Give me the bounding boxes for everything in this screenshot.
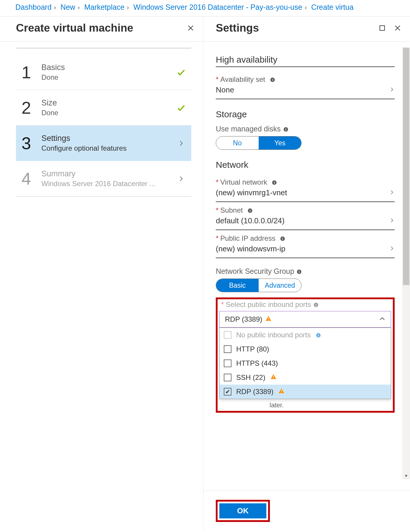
- breadcrumb-link[interactable]: Windows Server 2016 Datacenter - Pay-as-…: [133, 3, 302, 11]
- inbound-port-option[interactable]: HTTP (80): [220, 342, 391, 356]
- step-title: Summary: [41, 169, 168, 178]
- breadcrumb-link[interactable]: Marketplace: [84, 3, 124, 11]
- field-label: Subnet: [220, 206, 243, 214]
- inbound-port-option[interactable]: RDP (3389): [220, 385, 391, 399]
- footer: OK: [203, 491, 410, 531]
- section-high-availability: High availability: [216, 55, 395, 67]
- section-storage: Storage: [216, 109, 395, 119]
- inbound-port-option[interactable]: HTTPS (443): [220, 356, 391, 370]
- inbound-ports-dropdown[interactable]: RDP (3389): [219, 311, 391, 328]
- info-icon[interactable]: [296, 267, 302, 275]
- inbound-port-option[interactable]: SSH (22): [220, 370, 391, 385]
- field-value: (new) windowsvm-ip: [216, 244, 286, 253]
- checkbox[interactable]: [224, 345, 231, 353]
- wizard-step-settings[interactable]: 3 Settings Configure optional features: [16, 126, 191, 161]
- breadcrumb: Dashboard› New› Marketplace› Windows Ser…: [0, 0, 410, 17]
- ok-highlight: OK: [216, 500, 270, 522]
- ok-button[interactable]: OK: [219, 503, 266, 518]
- settings-panel: Settings ▾ High availability *Availabili…: [203, 17, 410, 531]
- checkbox[interactable]: [224, 374, 231, 381]
- option-label: SSH (22): [236, 373, 265, 382]
- nsg-toggle: Basic Advanced: [216, 279, 302, 292]
- nsg-label: Network Security Group: [216, 267, 395, 276]
- option-label: HTTP (80): [236, 345, 269, 353]
- restore-icon[interactable]: [379, 25, 386, 32]
- wizard-step-basics[interactable]: 1 Basics Done: [16, 55, 191, 90]
- breadcrumb-link[interactable]: New: [61, 3, 75, 11]
- availability-set-field[interactable]: *Availability set None: [216, 71, 395, 99]
- step-subtitle: Configure optional features: [41, 144, 168, 152]
- step-subtitle: Done: [41, 109, 168, 117]
- step-number: 3: [19, 133, 34, 153]
- chevron-up-icon: [379, 315, 385, 323]
- chevron-right-icon: [389, 190, 395, 196]
- inbound-ports-highlight: * Select public inbound ports RDP (3389)…: [216, 297, 395, 413]
- field-value: default (10.0.0.0/24): [216, 216, 285, 225]
- section-network: Network: [216, 160, 395, 170]
- step-title: Settings: [41, 134, 168, 143]
- breadcrumb-link[interactable]: Create virtua: [311, 3, 354, 11]
- step-title: Size: [41, 98, 168, 108]
- info-icon[interactable]: [271, 178, 277, 186]
- info-icon[interactable]: [247, 206, 253, 214]
- dropdown-selected-value: RDP (3389): [225, 315, 262, 323]
- warning-icon: [278, 388, 285, 396]
- step-subtitle: Done: [41, 73, 168, 82]
- checkbox[interactable]: [224, 359, 231, 367]
- info-icon[interactable]: [315, 331, 321, 339]
- step-subtitle: Windows Server 2016 Datacenter ...: [41, 180, 168, 188]
- option-label: No public inbound ports: [236, 331, 311, 339]
- info-icon[interactable]: [280, 234, 286, 242]
- create-vm-panel: Create virtual machine 1 Basics Done 2: [0, 17, 203, 531]
- managed-disks-toggle: No Yes: [216, 136, 302, 150]
- subnet-field[interactable]: *Subnet default (10.0.0.0/24): [216, 202, 395, 230]
- virtual-network-field[interactable]: *Virtual network (new) winvmrg1-vnet: [216, 174, 395, 202]
- chevron-right-icon: [176, 140, 187, 147]
- trailing-note: later.: [270, 401, 391, 409]
- field-label: Select public inbound ports: [226, 300, 311, 308]
- warning-icon: [265, 315, 272, 323]
- chevron-right-icon: [389, 246, 395, 252]
- chevron-right-icon: [389, 87, 395, 93]
- inbound-port-option: No public inbound ports: [220, 328, 391, 342]
- field-label: Virtual network: [220, 178, 267, 186]
- step-number: 2: [19, 98, 34, 118]
- checkbox: [224, 331, 231, 339]
- checkmark-icon: [176, 68, 187, 77]
- option-label: RDP (3389): [236, 388, 273, 396]
- chevron-right-icon: [176, 175, 187, 182]
- toggle-basic[interactable]: Basic: [216, 279, 259, 292]
- wizard-step-summary: 4 Summary Windows Server 2016 Datacenter…: [16, 161, 191, 196]
- public-ip-field[interactable]: *Public IP address (new) windowsvm-ip: [216, 230, 395, 258]
- info-icon[interactable]: [283, 125, 289, 133]
- checkmark-icon: [176, 103, 187, 113]
- toggle-no[interactable]: No: [216, 136, 259, 149]
- breadcrumb-link[interactable]: Dashboard: [15, 3, 51, 11]
- chevron-right-icon: [389, 218, 395, 224]
- panel-title: Create virtual machine: [16, 22, 133, 34]
- warning-icon: [270, 373, 277, 382]
- close-icon[interactable]: [394, 25, 401, 32]
- wizard-step-size[interactable]: 2 Size Done: [16, 90, 191, 126]
- option-label: HTTPS (443): [236, 359, 278, 367]
- checkbox[interactable]: [224, 388, 231, 396]
- info-icon[interactable]: [270, 75, 276, 83]
- step-number: 1: [19, 62, 34, 82]
- step-title: Basics: [41, 63, 168, 72]
- managed-disks-label: Use managed disks: [216, 125, 395, 133]
- toggle-yes[interactable]: Yes: [259, 136, 301, 149]
- close-icon[interactable]: [187, 25, 194, 32]
- field-label: Public IP address: [220, 234, 275, 242]
- field-label: Availability set: [220, 75, 265, 83]
- info-icon[interactable]: [313, 300, 319, 308]
- field-value: (new) winvmrg1-vnet: [216, 188, 287, 197]
- panel-title: Settings: [216, 22, 259, 34]
- progress-bar: [16, 48, 191, 49]
- step-number: 4: [19, 169, 34, 188]
- toggle-advanced[interactable]: Advanced: [259, 279, 301, 292]
- inbound-ports-menu: No public inbound portsHTTP (80)HTTPS (4…: [219, 328, 391, 399]
- field-value: None: [216, 85, 234, 95]
